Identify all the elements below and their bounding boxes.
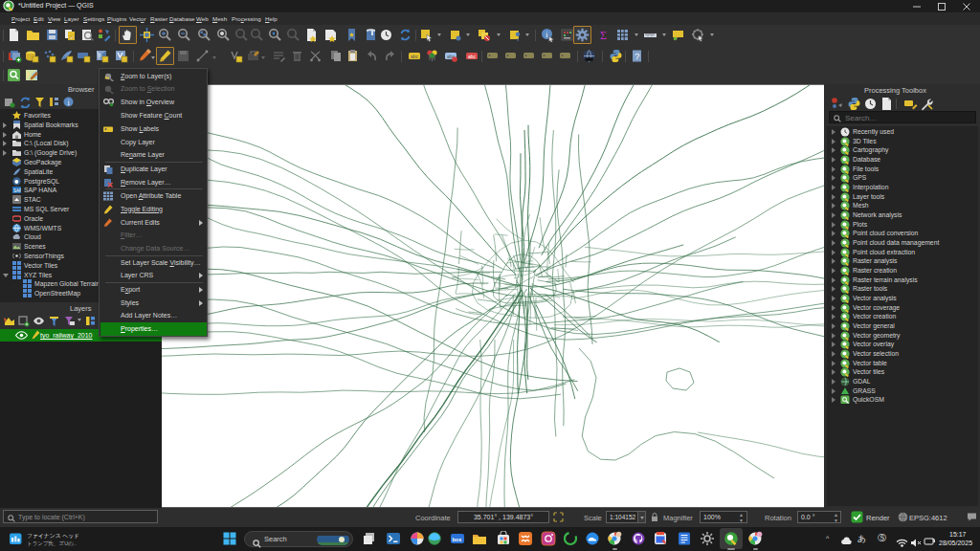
svg-text:?: ? [635, 52, 639, 61]
svg-text:abc: abc [468, 54, 477, 59]
svg-text:abc: abc [411, 54, 419, 59]
svg-text:SAP: SAP [13, 188, 21, 193]
svg-text:box: box [453, 537, 463, 542]
svg-text:Σ: Σ [600, 29, 607, 42]
